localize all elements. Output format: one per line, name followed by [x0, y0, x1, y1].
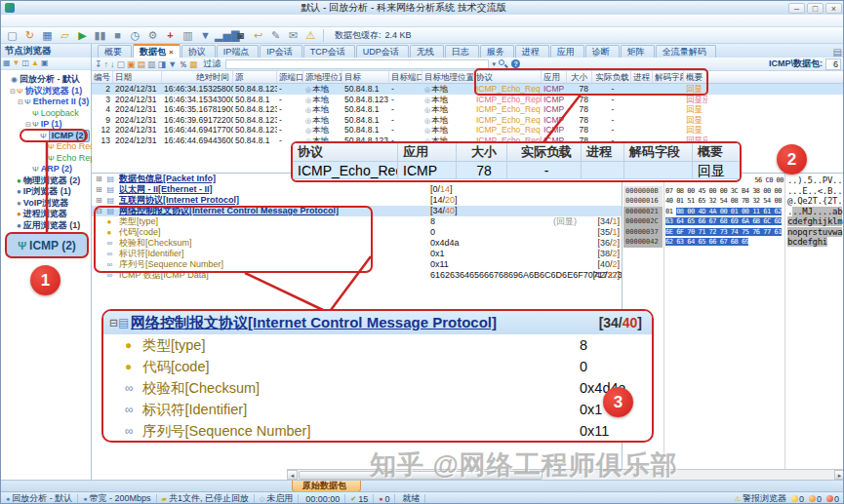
- tree-item[interactable]: ◉ 回放分析 - 默认: [1, 74, 91, 86]
- sidebar-tool-icon[interactable]: ◫: [21, 58, 29, 68]
- view-tab[interactable]: 诊断: [585, 45, 620, 58]
- tab-close-icon[interactable]: ×: [169, 48, 174, 57]
- view-tab[interactable]: 矩阵: [621, 45, 655, 58]
- toolbar-icon[interactable]: ▶: [74, 28, 91, 43]
- sidebar-tool-icon[interactable]: ▣: [41, 58, 49, 68]
- column-header[interactable]: 概要: [684, 71, 707, 83]
- tree-item[interactable]: ● 物理浏览器 (2): [1, 175, 91, 187]
- scrollbar-thumb[interactable]: [299, 471, 543, 480]
- tree-item[interactable]: ⊟ Ψ Ethernet II (3): [1, 97, 91, 108]
- decode-expander-icon[interactable]: ⊟: [96, 206, 104, 216]
- toolbar-icon[interactable]: ▱: [57, 28, 73, 43]
- toolbar-icon[interactable]: ◙: [232, 28, 249, 43]
- view-tab[interactable]: 应用: [550, 45, 584, 58]
- view-tab[interactable]: 服务: [480, 45, 514, 58]
- view-tab[interactable]: 进程: [515, 45, 549, 58]
- packet-tool-icon[interactable]: ↓: [110, 58, 115, 70]
- decode-expander-icon[interactable]: ⊞: [96, 184, 104, 195]
- tree-expander-icon[interactable]: ⊟: [17, 97, 24, 108]
- packet-tool-icon[interactable]: ▼: [168, 58, 177, 70]
- toolbar-icon[interactable]: ▼: [197, 28, 214, 43]
- column-header[interactable]: 解码字段: [653, 71, 684, 83]
- view-tab[interactable]: TCP会话: [303, 45, 355, 58]
- toolbar-icon[interactable]: ✉: [285, 28, 301, 43]
- decode-row[interactable]: ⊞ ▤ 以太网 - II[Ethernet - II] [0/14]: [92, 184, 622, 195]
- tree-item[interactable]: ⊟ Ψ 协议浏览器 (1): [1, 86, 91, 97]
- minimize-button[interactable]: –: [788, 3, 805, 14]
- decode-row[interactable]: ⊞ ▤ 互联网协议[Internet Protocol] [14/20]: [92, 195, 622, 206]
- menu-item[interactable]: [56, 15, 69, 27]
- close-button[interactable]: ×: [825, 3, 842, 14]
- packet-tool-icon[interactable]: ％: [179, 58, 187, 70]
- decode-expander-icon[interactable]: ⊞: [96, 174, 104, 184]
- view-tab[interactable]: 协议: [181, 45, 216, 58]
- menu-item[interactable]: [83, 15, 97, 27]
- sidebar-tool-icon[interactable]: ▦: [3, 58, 11, 68]
- sidebar-tool-icon[interactable]: ▲: [31, 58, 39, 68]
- tree-expander-icon[interactable]: ⊟: [24, 119, 32, 131]
- packet-tool-icon[interactable]: ▦: [189, 58, 198, 70]
- column-header[interactable]: 编号: [92, 71, 113, 83]
- view-tab[interactable]: UDP会话: [356, 45, 409, 58]
- tree-item[interactable]: Ψ Echo Reply: [1, 153, 91, 165]
- toolbar-icon[interactable]: ↻: [21, 28, 38, 43]
- column-header[interactable]: 实际负载: [592, 71, 631, 83]
- column-header[interactable]: 源: [233, 71, 277, 83]
- maximize-button[interactable]: □: [807, 3, 824, 14]
- sidebar-tool-icon[interactable]: ▼: [13, 58, 20, 68]
- column-header[interactable]: 日期: [113, 71, 162, 83]
- hex-row[interactable]: 00000037 6E 6F 70 71 72 73 74 75 76 77 6…: [623, 227, 844, 238]
- toolbar-icon[interactable]: +: [162, 28, 179, 43]
- hex-row[interactable]: 00000016 40 01 51 65 32 54 08 7B 32 54 0…: [623, 196, 844, 207]
- tree-item[interactable]: ● 进程浏览器: [1, 209, 91, 220]
- packet-tool-icon[interactable]: ↑: [104, 58, 109, 70]
- tree-item[interactable]: ● VoIP浏览器: [1, 198, 91, 210]
- table-row[interactable]: 12 2024/12/31 16:46:44.694177000 50.84.8…: [92, 125, 844, 136]
- hex-row[interactable]: 00000042 62 63 64 65 66 67 68 69 bcdefgh…: [623, 237, 844, 248]
- tree-item[interactable]: Ψ ARP (2): [1, 164, 91, 175]
- column-header[interactable]: 源端口: [277, 71, 303, 83]
- decode-row[interactable]: ∞ 序列号[Sequence Number] 0x11 [40/2]: [92, 259, 622, 270]
- packet-tool-icon[interactable]: ↧: [95, 58, 102, 70]
- tree-item[interactable]: ● IP浏览器 (1): [1, 186, 91, 198]
- menu-item[interactable]: [15, 15, 28, 27]
- tree-item[interactable]: Ψ ICMP (2): [1, 131, 91, 142]
- column-header[interactable]: 进程: [631, 71, 653, 83]
- alert-browser-label[interactable]: 警报浏览器: [743, 492, 786, 504]
- hex-row[interactable]: 0000002C 63 64 65 66 67 68 69 6A 6B 6C 6…: [623, 216, 844, 227]
- menu-item[interactable]: [69, 15, 83, 27]
- toolbar-icon[interactable]: ✎: [267, 28, 284, 43]
- decode-row[interactable]: ∞ ICMP 数据[ICMP Data] 6162636465666768696…: [92, 270, 622, 281]
- decode-row[interactable]: ⊟ ▤ 网络控制报文协议[Internet Control Message Pr…: [92, 206, 622, 216]
- toolbar-icon[interactable]: ⚠: [302, 28, 319, 43]
- column-header[interactable]: 目标地理位置: [422, 71, 474, 83]
- table-row[interactable]: 3 2024/12/31 16:46:34.153430000 50.84.8.…: [92, 95, 844, 105]
- view-tab[interactable]: 数据包×: [133, 44, 181, 58]
- toolbar-icon[interactable]: ▢: [4, 28, 20, 43]
- packet-tool-icon[interactable]: ▤: [138, 58, 146, 70]
- help-icon[interactable]: ?: [511, 59, 520, 68]
- menu-item[interactable]: [42, 15, 56, 27]
- tree-item[interactable]: ⊟ Ψ IP (1): [1, 119, 91, 131]
- column-header[interactable]: 目标: [342, 71, 389, 83]
- scroll-right-icon[interactable]: ▸: [834, 470, 844, 480]
- table-row[interactable]: 4 2024/12/31 16:46:35.167819000 50.84.8.…: [92, 104, 844, 115]
- decode-row[interactable]: ● 代码[code] 0 [35/1]: [92, 227, 622, 238]
- menu-item[interactable]: [28, 15, 42, 27]
- tree-expander-icon[interactable]: ⊟: [9, 86, 17, 97]
- column-header[interactable]: 大小: [567, 71, 592, 83]
- decode-row[interactable]: ∞ 标识符[Identifier] 0x1 [38/2]: [92, 249, 622, 259]
- menu-item[interactable]: [1, 15, 15, 27]
- toolbar-icon[interactable]: ⚙: [144, 28, 161, 43]
- decode-expander-icon[interactable]: ⊞: [96, 195, 104, 206]
- decode-row[interactable]: ∞ 校验和[Checksum] 0x4d4a [36/2]: [92, 238, 622, 249]
- column-header[interactable]: 协议: [474, 71, 542, 83]
- column-header[interactable]: 应用: [542, 71, 567, 83]
- packet-tool-icon[interactable]: ◨: [158, 58, 167, 70]
- search-icon[interactable]: [499, 59, 507, 68]
- packet-tool-icon[interactable]: ▥: [147, 58, 156, 70]
- scroll-left-icon[interactable]: ◂: [287, 470, 298, 480]
- toolbar-icon[interactable]: ▂▅▇: [215, 28, 231, 43]
- hex-row[interactable]: 0000000B 07 08 00 45 00 00 3C B4 38 00 0…: [623, 186, 844, 197]
- packet-tool-icon[interactable]: ▣: [127, 58, 136, 70]
